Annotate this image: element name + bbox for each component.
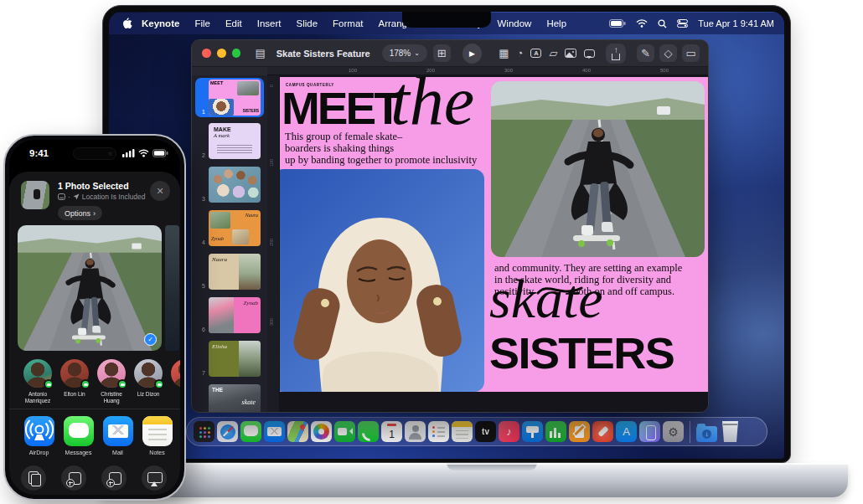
macbook-screen: KeynoteFileEditInsertSlideFormatArrangeV…: [102, 5, 791, 463]
comment-icon[interactable]: [584, 49, 595, 58]
horizontal-ruler: 100200300400500: [267, 67, 709, 75]
control-center-icon[interactable]: [677, 19, 688, 28]
dock-keynote[interactable]: [522, 421, 543, 442]
dock-music[interactable]: ♪: [499, 421, 519, 442]
dock-rocket[interactable]: [592, 421, 613, 442]
slide-canvas[interactable]: CAMPUS QUARTERLY MEET the This group of …: [279, 75, 709, 413]
share-app-notes[interactable]: Notes: [137, 416, 177, 455]
slide-thumbnail-1[interactable]: 1 MEETSISTERS: [195, 78, 264, 117]
apple-menu-icon[interactable]: [122, 18, 132, 29]
minimize-window-button[interactable]: [217, 49, 226, 58]
menu-edit[interactable]: Edit: [218, 18, 250, 28]
dock-mail[interactable]: [264, 421, 285, 442]
chart-icon[interactable]: ◔: [517, 48, 524, 59]
slide-thumbnail-7[interactable]: 7 Elisha: [195, 339, 264, 378]
dock-facetime[interactable]: [334, 421, 355, 442]
caption-icon: [58, 193, 65, 200]
share-icon: ↑: [610, 47, 622, 60]
menu-keynote[interactable]: Keynote: [134, 18, 187, 28]
share-app-airdrop[interactable]: AirDrop: [19, 416, 59, 455]
slide-editor[interactable]: CAMPUS QUARTERLY MEET the This group of …: [280, 77, 709, 392]
play-button[interactable]: ▶: [463, 44, 483, 64]
slide-photo-skater[interactable]: [491, 81, 705, 257]
search-icon[interactable]: [658, 19, 667, 28]
shape-icon[interactable]: ▱: [549, 48, 557, 59]
dock-tv[interactable]: tv: [475, 421, 496, 442]
dock-iphone-mirroring[interactable]: [639, 421, 660, 442]
menu-clock[interactable]: Tue Apr 1 9:41 AM: [698, 18, 774, 28]
dock-safari[interactable]: [217, 421, 238, 442]
menu-window[interactable]: Window: [490, 18, 540, 28]
dock-messages[interactable]: [240, 421, 261, 442]
airdrop-contact-liz-dizon[interactable]: Liz Dizon: [130, 359, 167, 404]
ruler-tick: 300: [269, 318, 274, 326]
wifi-icon[interactable]: [636, 19, 648, 28]
dock-divider: [690, 421, 690, 443]
animate-button[interactable]: ◇: [659, 44, 677, 62]
media-icon[interactable]: [565, 49, 576, 58]
table-icon[interactable]: ▦: [499, 48, 509, 59]
text-box-icon[interactable]: A: [530, 49, 541, 58]
dock-appstore[interactable]: A: [616, 421, 637, 442]
dock-pages[interactable]: [569, 421, 590, 442]
airplay-button[interactable]: [142, 465, 167, 491]
close-window-button[interactable]: [202, 49, 211, 58]
window-title: Skate Sisters Feature: [276, 49, 370, 59]
iphone-screen: 9:41 1 Photo Selected · Location Is Incl…: [9, 140, 180, 495]
menu-help[interactable]: Help: [539, 18, 574, 28]
dock-reminders[interactable]: [428, 421, 449, 442]
add-slide-button[interactable]: ⊞: [433, 44, 451, 62]
add-to-album-button[interactable]: [101, 465, 127, 491]
airdrop-contact-antonio-manriquez[interactable]: Antonio Manriquez: [19, 359, 56, 404]
selected-check-badge: ✓: [144, 333, 157, 346]
close-button[interactable]: ✕: [150, 181, 170, 201]
copy-button[interactable]: [21, 465, 46, 491]
document-button[interactable]: ▭: [682, 44, 700, 62]
menu-file[interactable]: File: [187, 18, 218, 28]
dock-downloads[interactable]: [696, 426, 717, 442]
dock-calendar[interactable]: 1: [381, 421, 402, 442]
slide-thumbnail-2[interactable]: 2 MAKEA mark: [195, 121, 264, 161]
fullscreen-window-button[interactable]: [232, 49, 241, 58]
menu-format[interactable]: Format: [325, 18, 370, 28]
dock-numbers[interactable]: [545, 421, 566, 442]
selected-photo[interactable]: ✓: [18, 225, 162, 351]
slide-thumbnail-3[interactable]: 3: [195, 165, 264, 204]
menu-slide[interactable]: Slide: [289, 18, 326, 28]
close-icon: ✕: [156, 186, 163, 197]
slide-paragraph-top: This group of female skate– boarders is …: [285, 131, 486, 166]
slide-thumbnail-6[interactable]: 6 Zynab: [195, 296, 264, 335]
save-to-files-button[interactable]: [61, 465, 86, 491]
slide-photo-portrait[interactable]: [280, 169, 484, 392]
battery-icon: [152, 149, 168, 157]
dock-phone[interactable]: [358, 421, 379, 442]
share-app-messages[interactable]: Messages: [59, 416, 98, 455]
dock-maps[interactable]: [287, 421, 308, 442]
slide-headline-skate: skate: [489, 271, 603, 327]
dock-launchpad[interactable]: [194, 421, 214, 442]
dock-settings[interactable]: ⚙: [663, 421, 684, 442]
airdrop-contact-elton-lin[interactable]: Elton Lin: [56, 359, 93, 404]
dock-photos[interactable]: [311, 421, 332, 442]
slide-thumbnail-4[interactable]: 4 NauraZynab: [195, 208, 264, 248]
airdrop-contact-christine-huang[interactable]: Christine Huang: [93, 359, 130, 404]
sidebar-view-icon[interactable]: ▤: [255, 48, 265, 59]
dock-trash[interactable]: [720, 421, 741, 442]
slide-navigator[interactable]: 1 MEETSISTERS 2 MAKEA mark 3 4 NauraZyna…: [192, 75, 267, 413]
dock-contacts[interactable]: [405, 421, 426, 442]
slide-thumbnail-5[interactable]: 5 Naura: [195, 252, 264, 291]
contact-name: Elton Lin: [57, 391, 92, 398]
dock-notes[interactable]: [452, 421, 473, 442]
share-button[interactable]: ↑: [606, 44, 626, 64]
airdrop-contact-partial[interactable]: [167, 359, 180, 404]
menu-insert[interactable]: Insert: [250, 18, 289, 28]
ruler-tick: 100: [269, 159, 274, 167]
slide-thumbnail-8[interactable]: 8 THEskate: [195, 383, 264, 413]
zoom-dropdown[interactable]: 178% ⌄: [382, 44, 427, 62]
share-app-mail[interactable]: Mail: [98, 416, 137, 455]
ruler-tick: 400: [582, 68, 591, 73]
options-button[interactable]: Options›: [58, 206, 102, 220]
next-photo-partial[interactable]: [165, 225, 179, 351]
format-button[interactable]: ✎: [637, 44, 654, 62]
document-icon: ▭: [685, 48, 695, 59]
